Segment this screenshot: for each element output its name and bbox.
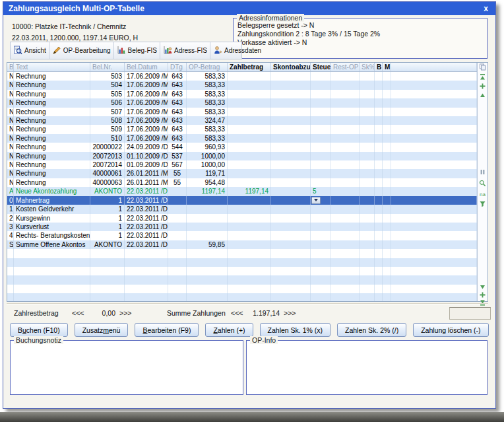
button-zahlen-sk-1-x[interactable]: Zahlen Sk. 1% (x) — [260, 323, 331, 337]
op-row[interactable]: NRechnung50617.06.2009 /Mi643583,33 — [7, 98, 477, 107]
op-row[interactable]: SSumme Offene AkontosAKONTO22.03.2011 /D… — [7, 240, 477, 249]
cell-beldatum — [125, 293, 168, 301]
cell-skontoabzug — [271, 178, 311, 187]
cell-opbetrag — [187, 249, 228, 258]
cell-b: N — [7, 134, 14, 143]
op-row[interactable]: NRechnung4000006126.01.2011 /Mi55119,71 — [7, 169, 477, 178]
toolbar-item-op-bearbeitung[interactable]: OP-Bearbeitung — [49, 42, 114, 59]
column-header-opbetrag[interactable]: OP-Betrag — [187, 63, 228, 71]
column-header-text[interactable]: Text — [14, 63, 90, 71]
cell-beldatum — [125, 285, 168, 293]
column-header-zahlbetrag[interactable]: Zahlbetrag — [228, 63, 271, 71]
op-row[interactable]: NRechnung2007201401.09.2009 /Di5671000,0… — [7, 160, 477, 169]
cell-belnr — [90, 267, 125, 275]
cell-filler — [391, 249, 477, 258]
toolbar-item-beleg-fis[interactable]: Beleg-FIS — [114, 42, 160, 59]
cell-belnr: 508 — [90, 116, 125, 125]
cell-restop — [331, 143, 360, 151]
cell-steue — [311, 152, 331, 160]
op-row[interactable]: ANeue AkontozahlungAKONTO22.03.2011 /Di1… — [7, 187, 477, 195]
op-row[interactable]: NRechnung50717.06.2009 /Mi643583,33 — [7, 108, 477, 116]
op-row[interactable]: NRechnung50817.06.2009 /Mi643324,47 — [7, 116, 477, 125]
cell-steue — [311, 258, 331, 267]
op-row[interactable]: NRechnung50417.06.2009 /Mi643583,33 — [7, 81, 477, 89]
cell-m — [383, 134, 391, 143]
op-row[interactable] — [7, 275, 477, 284]
column-header-sk[interactable]: Sk% — [360, 63, 375, 71]
column-header-belnr[interactable]: Bel.Nr. — [90, 63, 125, 71]
op-row[interactable]: NRechnung50517.06.2009 /Mi643583,33 — [7, 90, 477, 98]
steue-dropdown-button[interactable] — [311, 197, 321, 204]
scroll-up-icon[interactable] — [479, 91, 486, 98]
close-icon[interactable]: x — [482, 2, 490, 15]
column-header-restop[interactable]: Rest-OP — [331, 63, 360, 71]
op-row-selected[interactable]: 0Mahnertrag122.03.2011 /Di — [7, 196, 477, 205]
filter-icon[interactable] — [479, 200, 486, 207]
button-zahlen[interactable]: Zahlen (+) — [205, 323, 253, 337]
op-row[interactable]: NRechnung4000006326.01.2011 /Mi55954,48 — [7, 178, 477, 187]
op-row[interactable] — [7, 293, 477, 301]
row-append-icon[interactable] — [479, 291, 486, 299]
cell-belnr: 20072013 — [90, 152, 125, 160]
op-row[interactable]: NRechnung2000002224.09.2009 /Do544960,93 — [7, 143, 477, 151]
values-icon[interactable]: na — [479, 190, 486, 197]
cell-dtg: 643 — [168, 72, 187, 81]
op-row[interactable]: 2Kursgewinn122.03.2011 /Di — [7, 214, 477, 223]
cell-filler — [391, 81, 477, 89]
op-row[interactable]: 3Kursverlust122.03.2011 /Di — [7, 223, 477, 231]
scroll-down-icon[interactable] — [479, 283, 486, 291]
column-header-m[interactable]: M — [383, 63, 391, 71]
cell-m — [383, 293, 391, 301]
toolbar-item-adressdaten[interactable]: Adressdaten — [210, 42, 264, 59]
cell-opbetrag: 1000,00 — [187, 152, 228, 160]
cell-belnr: 509 — [90, 125, 125, 133]
title-bar[interactable]: Zahlungsausgleich Multi-OP-Tabelle x — [3, 2, 495, 15]
search-icon[interactable] — [479, 180, 486, 187]
cell-dtg — [168, 223, 187, 231]
cell-beldatum: 01.10.2009 /Do — [125, 152, 168, 160]
op-row[interactable]: NRechnung50917.06.2009 /Mi643583,33 — [7, 125, 477, 133]
button-buchen-f10[interactable]: Buchen (F10) — [10, 323, 68, 337]
cell-b — [7, 275, 14, 284]
cell-m — [383, 143, 391, 151]
button-bearbeiten-f9[interactable]: Bearbeiten (F9) — [135, 323, 199, 337]
column-header-b2[interactable]: B — [375, 63, 383, 71]
copy-icon[interactable] — [479, 63, 486, 71]
columns-icon[interactable] — [479, 168, 486, 176]
op-row[interactable] — [7, 267, 477, 275]
button-zusatzmenü[interactable]: Zusatzmenü — [75, 323, 129, 337]
column-header-beldatum[interactable]: Bel.Datum — [125, 63, 168, 71]
op-row[interactable]: NRechnung50317.06.2009 /Mi643583,33 — [7, 72, 477, 81]
cell-text: Summe Offene Akontos — [14, 240, 90, 249]
op-row[interactable]: NRechnung51017.06.2009 /Mi643583,33 — [7, 134, 477, 143]
button-zahlen-sk-2[interactable]: Zahlen Sk. 2% (/) — [337, 323, 406, 337]
column-header-skontoabzug[interactable]: Skontoabzug — [271, 63, 311, 71]
cell-zahlbetrag — [228, 275, 271, 284]
op-row[interactable]: 1Kosten Geldverkehr122.03.2011 /Di — [7, 205, 477, 213]
button-zahlung-löschen[interactable]: Zahlung löschen (-) — [413, 323, 488, 337]
scroll-first-icon[interactable] — [479, 73, 486, 81]
toolbar-item-adress-fis[interactable]: Adress-FIS — [160, 42, 210, 59]
row-insert-icon[interactable] — [479, 83, 486, 90]
cell-b2 — [375, 267, 383, 275]
column-header-dtg[interactable]: DTg — [168, 63, 187, 71]
op-row[interactable] — [7, 285, 477, 293]
cell-b2 — [375, 178, 383, 187]
op-row[interactable] — [7, 258, 477, 267]
toolbar-item-ansicht[interactable]: Ansicht — [11, 42, 49, 59]
column-header-filler[interactable] — [391, 63, 477, 71]
cell-filler — [391, 108, 477, 116]
cell-skontoabzug — [271, 240, 311, 249]
toolbar-item-label: OP-Bearbeitung — [63, 47, 111, 54]
op-row[interactable]: 4Rechts- Beratungskosten122.03.2011 /Di — [7, 231, 477, 240]
cell-skontoabzug — [271, 98, 311, 107]
op-info-input[interactable] — [247, 341, 487, 394]
buchungsnotiz-input[interactable] — [11, 341, 243, 394]
column-header-b[interactable]: B — [7, 63, 14, 71]
op-row[interactable]: NRechnung2007201301.10.2009 /Do5371000,0… — [7, 152, 477, 160]
cell-b2 — [375, 196, 383, 205]
op-row[interactable] — [7, 249, 477, 258]
cell-dtg — [168, 249, 187, 258]
cell-b: N — [7, 143, 14, 151]
column-header-steue[interactable]: Steue — [311, 63, 331, 71]
